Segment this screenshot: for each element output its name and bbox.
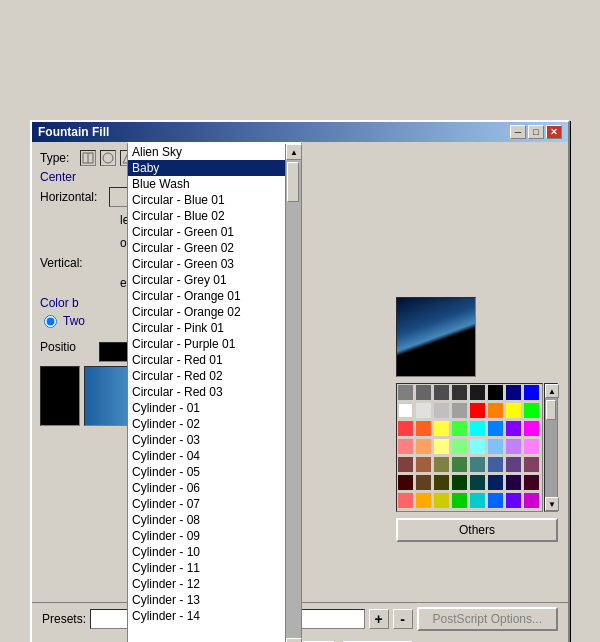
maximize-button[interactable]: □ xyxy=(528,125,544,139)
list-item-circular-purple-01[interactable]: Circular - Purple 01 xyxy=(128,336,285,352)
color-cell[interactable] xyxy=(506,385,521,400)
color-cell[interactable] xyxy=(434,439,449,454)
list-item-cylinder-14[interactable]: Cylinder - 14 xyxy=(128,608,285,624)
list-item-baby[interactable]: Baby xyxy=(128,160,285,176)
color-cell[interactable] xyxy=(398,493,413,508)
list-item-circular-red-01[interactable]: Circular - Red 01 xyxy=(128,352,285,368)
color-cell[interactable] xyxy=(452,457,467,472)
type-icon-2[interactable] xyxy=(100,150,116,166)
list-item-circular-orange-02[interactable]: Circular - Orange 02 xyxy=(128,304,285,320)
color-cell[interactable] xyxy=(488,439,503,454)
color-cell[interactable] xyxy=(452,493,467,508)
color-cell[interactable] xyxy=(506,421,521,436)
left-color-swatch[interactable] xyxy=(40,366,80,426)
color-swatch-1[interactable] xyxy=(99,342,129,362)
color-cell[interactable] xyxy=(452,421,467,436)
color-cell[interactable] xyxy=(524,457,539,472)
minimize-button[interactable]: ─ xyxy=(510,125,526,139)
list-item-cylinder-08[interactable]: Cylinder - 08 xyxy=(128,512,285,528)
color-cell[interactable] xyxy=(524,493,539,508)
list-item-circular-pink-01[interactable]: Circular - Pink 01 xyxy=(128,320,285,336)
list-scroll-down-button[interactable]: ▼ xyxy=(286,638,302,642)
list-scroll-up-button[interactable]: ▲ xyxy=(286,144,302,160)
list-item-circular-grey-01[interactable]: Circular - Grey 01 xyxy=(128,272,285,288)
color-cell[interactable] xyxy=(488,457,503,472)
color-cell[interactable] xyxy=(434,457,449,472)
two-color-radio[interactable] xyxy=(44,315,57,328)
color-cell[interactable] xyxy=(398,457,413,472)
color-cell[interactable] xyxy=(470,493,485,508)
color-cell[interactable] xyxy=(434,403,449,418)
list-item-alien-sky[interactable]: Alien Sky xyxy=(128,144,285,160)
color-cell[interactable] xyxy=(488,385,503,400)
color-cell[interactable] xyxy=(398,421,413,436)
color-cell[interactable] xyxy=(470,385,485,400)
color-cell[interactable] xyxy=(416,457,431,472)
color-cell[interactable] xyxy=(524,403,539,418)
palette-scroll-up-button[interactable]: ▲ xyxy=(545,384,559,398)
list-item-circular-blue-01[interactable]: Circular - Blue 01 xyxy=(128,192,285,208)
remove-preset-button[interactable]: - xyxy=(393,609,413,629)
add-preset-button[interactable]: + xyxy=(369,609,389,629)
list-item-circular-green-02[interactable]: Circular - Green 02 xyxy=(128,240,285,256)
list-item-cylinder-12[interactable]: Cylinder - 12 xyxy=(128,576,285,592)
color-cell[interactable] xyxy=(398,403,413,418)
color-cell[interactable] xyxy=(434,493,449,508)
list-item-cylinder-04[interactable]: Cylinder - 04 xyxy=(128,448,285,464)
color-cell[interactable] xyxy=(416,493,431,508)
palette-scroll-down-button[interactable]: ▼ xyxy=(545,497,559,511)
color-cell[interactable] xyxy=(488,493,503,508)
color-cell[interactable] xyxy=(452,475,467,490)
color-cell[interactable] xyxy=(452,403,467,418)
color-cell[interactable] xyxy=(506,403,521,418)
close-button[interactable]: ✕ xyxy=(546,125,562,139)
list-item-cylinder-10[interactable]: Cylinder - 10 xyxy=(128,544,285,560)
color-cell[interactable] xyxy=(506,439,521,454)
list-item-cylinder-02[interactable]: Cylinder - 02 xyxy=(128,416,285,432)
color-cell[interactable] xyxy=(506,475,521,490)
list-item-cylinder-06[interactable]: Cylinder - 06 xyxy=(128,480,285,496)
color-cell[interactable] xyxy=(488,421,503,436)
color-cell[interactable] xyxy=(416,403,431,418)
color-cell[interactable] xyxy=(434,475,449,490)
list-item-cylinder-11[interactable]: Cylinder - 11 xyxy=(128,560,285,576)
list-item-cylinder-03[interactable]: Cylinder - 03 xyxy=(128,432,285,448)
list-item-blue-wash[interactable]: Blue Wash xyxy=(128,176,285,192)
list-item-circular-green-01[interactable]: Circular - Green 01 xyxy=(128,224,285,240)
color-cell[interactable] xyxy=(434,385,449,400)
list-item-cylinder-07[interactable]: Cylinder - 07 xyxy=(128,496,285,512)
color-cell[interactable] xyxy=(434,421,449,436)
list-item-circular-orange-01[interactable]: Circular - Orange 01 xyxy=(128,288,285,304)
color-cell[interactable] xyxy=(452,385,467,400)
color-cell[interactable] xyxy=(470,421,485,436)
list-item-circular-red-02[interactable]: Circular - Red 02 xyxy=(128,368,285,384)
postscript-options-button[interactable]: PostScript Options... xyxy=(417,607,558,631)
color-cell[interactable] xyxy=(470,439,485,454)
color-cell[interactable] xyxy=(398,439,413,454)
color-cell[interactable] xyxy=(416,439,431,454)
color-cell[interactable] xyxy=(470,457,485,472)
color-cell[interactable] xyxy=(524,439,539,454)
color-cell[interactable] xyxy=(506,457,521,472)
list-item-circular-blue-02[interactable]: Circular - Blue 02 xyxy=(128,208,285,224)
list-item-cylinder-09[interactable]: Cylinder - 09 xyxy=(128,528,285,544)
color-cell[interactable] xyxy=(524,421,539,436)
list-item-circular-red-03[interactable]: Circular - Red 03 xyxy=(128,384,285,400)
type-icon-1[interactable] xyxy=(80,150,96,166)
list-item-cylinder-13[interactable]: Cylinder - 13 xyxy=(128,592,285,608)
color-cell[interactable] xyxy=(488,475,503,490)
color-cell[interactable] xyxy=(398,385,413,400)
list-item-circular-green-03[interactable]: Circular - Green 03 xyxy=(128,256,285,272)
color-cell[interactable] xyxy=(506,493,521,508)
others-button[interactable]: Others xyxy=(396,518,558,542)
color-cell[interactable] xyxy=(398,475,413,490)
color-cell[interactable] xyxy=(524,475,539,490)
list-item-cylinder-01[interactable]: Cylinder - 01 xyxy=(128,400,285,416)
color-cell[interactable] xyxy=(452,439,467,454)
color-cell[interactable] xyxy=(470,475,485,490)
color-cell[interactable] xyxy=(524,385,539,400)
color-cell[interactable] xyxy=(416,421,431,436)
color-cell[interactable] xyxy=(488,403,503,418)
color-cell[interactable] xyxy=(416,475,431,490)
list-item-cylinder-05[interactable]: Cylinder - 05 xyxy=(128,464,285,480)
